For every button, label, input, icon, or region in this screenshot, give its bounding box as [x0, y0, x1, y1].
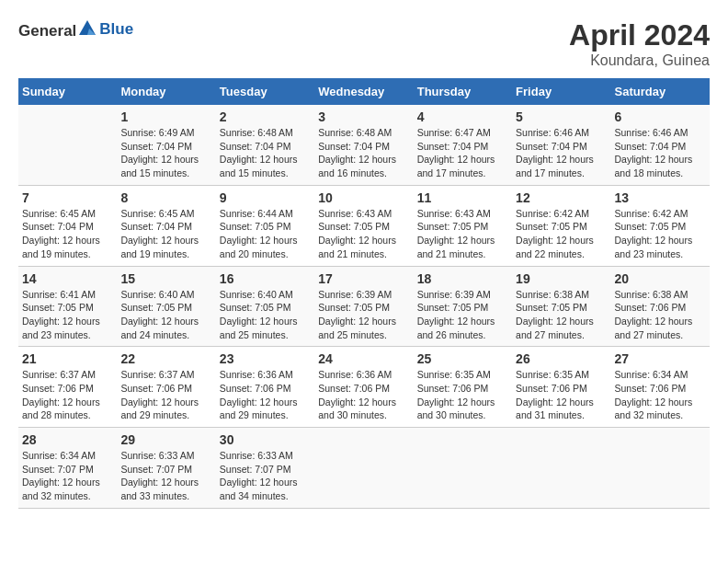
day-cell: [512, 428, 610, 509]
logo-general: General: [18, 22, 76, 40]
day-number: 1: [120, 109, 211, 124]
day-number: 19: [516, 271, 607, 286]
day-info: Sunrise: 6:42 AM Sunset: 7:05 PM Dayligh…: [615, 207, 706, 261]
page-header: General Blue April 2024 Koundara, Guinea: [18, 18, 710, 69]
day-cell: 18Sunrise: 6:39 AM Sunset: 7:05 PM Dayli…: [414, 266, 512, 347]
logo-blue: Blue: [99, 20, 133, 39]
day-number: 2: [220, 109, 311, 124]
logo: General Blue: [18, 18, 133, 40]
day-info: Sunrise: 6:45 AM Sunset: 7:04 PM Dayligh…: [22, 207, 113, 261]
day-info: Sunrise: 6:43 AM Sunset: 7:05 PM Dayligh…: [318, 207, 409, 261]
day-number: 18: [417, 271, 508, 286]
day-info: Sunrise: 6:46 AM Sunset: 7:04 PM Dayligh…: [615, 126, 706, 180]
day-cell: [18, 105, 117, 185]
day-cell: 2Sunrise: 6:48 AM Sunset: 7:04 PM Daylig…: [216, 105, 314, 185]
day-number: 17: [318, 271, 409, 286]
day-cell: 6Sunrise: 6:46 AM Sunset: 7:04 PM Daylig…: [611, 105, 710, 185]
day-info: Sunrise: 6:46 AM Sunset: 7:04 PM Dayligh…: [516, 126, 607, 180]
day-info: Sunrise: 6:36 AM Sunset: 7:06 PM Dayligh…: [318, 368, 409, 422]
day-number: 11: [417, 190, 508, 205]
day-cell: 25Sunrise: 6:35 AM Sunset: 7:06 PM Dayli…: [414, 347, 512, 428]
day-number: 26: [516, 351, 607, 366]
day-number: 13: [615, 190, 706, 205]
day-info: Sunrise: 6:43 AM Sunset: 7:05 PM Dayligh…: [417, 207, 508, 261]
calendar-header-row: Sunday Monday Tuesday Wednesday Thursday…: [18, 78, 710, 105]
day-number: 20: [615, 271, 706, 286]
day-info: Sunrise: 6:40 AM Sunset: 7:05 PM Dayligh…: [220, 288, 311, 342]
day-info: Sunrise: 6:49 AM Sunset: 7:04 PM Dayligh…: [120, 126, 211, 180]
day-number: 28: [22, 432, 113, 447]
day-number: 23: [220, 351, 311, 366]
day-number: 30: [220, 432, 311, 447]
day-cell: 1Sunrise: 6:49 AM Sunset: 7:04 PM Daylig…: [117, 105, 215, 185]
day-info: Sunrise: 6:37 AM Sunset: 7:06 PM Dayligh…: [120, 368, 211, 422]
week-row-1: 1Sunrise: 6:49 AM Sunset: 7:04 PM Daylig…: [18, 105, 710, 185]
day-number: 21: [22, 351, 113, 366]
day-info: Sunrise: 6:37 AM Sunset: 7:06 PM Dayligh…: [22, 368, 113, 422]
page-subtitle: Koundara, Guinea: [569, 52, 710, 69]
day-info: Sunrise: 6:48 AM Sunset: 7:04 PM Dayligh…: [220, 126, 311, 180]
day-cell: 30Sunrise: 6:33 AM Sunset: 7:07 PM Dayli…: [216, 428, 314, 509]
page-title: April 2024: [569, 18, 710, 52]
day-number: 8: [120, 190, 211, 205]
day-cell: 11Sunrise: 6:43 AM Sunset: 7:05 PM Dayli…: [414, 185, 512, 266]
day-number: 15: [120, 271, 211, 286]
title-block: April 2024 Koundara, Guinea: [569, 18, 710, 69]
day-info: Sunrise: 6:41 AM Sunset: 7:05 PM Dayligh…: [22, 288, 113, 342]
day-info: Sunrise: 6:42 AM Sunset: 7:05 PM Dayligh…: [516, 207, 607, 261]
day-cell: 23Sunrise: 6:36 AM Sunset: 7:06 PM Dayli…: [216, 347, 314, 428]
day-number: 27: [615, 351, 706, 366]
day-cell: 5Sunrise: 6:46 AM Sunset: 7:04 PM Daylig…: [512, 105, 610, 185]
day-cell: [414, 428, 512, 509]
day-info: Sunrise: 6:36 AM Sunset: 7:06 PM Dayligh…: [220, 368, 311, 422]
logo-icon: [77, 18, 97, 39]
day-cell: [611, 428, 710, 509]
day-number: 25: [417, 351, 508, 366]
day-number: 10: [318, 190, 409, 205]
day-cell: 3Sunrise: 6:48 AM Sunset: 7:04 PM Daylig…: [314, 105, 413, 185]
day-info: Sunrise: 6:34 AM Sunset: 7:07 PM Dayligh…: [22, 449, 113, 503]
day-cell: 22Sunrise: 6:37 AM Sunset: 7:06 PM Dayli…: [117, 347, 215, 428]
day-info: Sunrise: 6:33 AM Sunset: 7:07 PM Dayligh…: [220, 449, 311, 503]
day-number: 5: [516, 109, 607, 124]
day-cell: 19Sunrise: 6:38 AM Sunset: 7:05 PM Dayli…: [512, 266, 610, 347]
day-number: 4: [417, 109, 508, 124]
day-number: 14: [22, 271, 113, 286]
day-cell: 24Sunrise: 6:36 AM Sunset: 7:06 PM Dayli…: [314, 347, 413, 428]
col-wednesday: Wednesday: [314, 78, 413, 105]
day-cell: 12Sunrise: 6:42 AM Sunset: 7:05 PM Dayli…: [512, 185, 610, 266]
col-thursday: Thursday: [414, 78, 512, 105]
day-cell: 16Sunrise: 6:40 AM Sunset: 7:05 PM Dayli…: [216, 266, 314, 347]
day-cell: 9Sunrise: 6:44 AM Sunset: 7:05 PM Daylig…: [216, 185, 314, 266]
col-tuesday: Tuesday: [216, 78, 314, 105]
day-info: Sunrise: 6:33 AM Sunset: 7:07 PM Dayligh…: [120, 449, 211, 503]
day-cell: 7Sunrise: 6:45 AM Sunset: 7:04 PM Daylig…: [18, 185, 117, 266]
day-cell: 4Sunrise: 6:47 AM Sunset: 7:04 PM Daylig…: [414, 105, 512, 185]
col-saturday: Saturday: [611, 78, 710, 105]
day-cell: 13Sunrise: 6:42 AM Sunset: 7:05 PM Dayli…: [611, 185, 710, 266]
day-number: 7: [22, 190, 113, 205]
day-info: Sunrise: 6:35 AM Sunset: 7:06 PM Dayligh…: [417, 368, 508, 422]
day-info: Sunrise: 6:47 AM Sunset: 7:04 PM Dayligh…: [417, 126, 508, 180]
day-info: Sunrise: 6:39 AM Sunset: 7:05 PM Dayligh…: [417, 288, 508, 342]
week-row-5: 28Sunrise: 6:34 AM Sunset: 7:07 PM Dayli…: [18, 428, 710, 509]
calendar-table: Sunday Monday Tuesday Wednesday Thursday…: [18, 78, 710, 509]
week-row-2: 7Sunrise: 6:45 AM Sunset: 7:04 PM Daylig…: [18, 185, 710, 266]
day-info: Sunrise: 6:38 AM Sunset: 7:06 PM Dayligh…: [615, 288, 706, 342]
day-info: Sunrise: 6:38 AM Sunset: 7:05 PM Dayligh…: [516, 288, 607, 342]
day-cell: 20Sunrise: 6:38 AM Sunset: 7:06 PM Dayli…: [611, 266, 710, 347]
day-cell: [314, 428, 413, 509]
day-info: Sunrise: 6:45 AM Sunset: 7:04 PM Dayligh…: [120, 207, 211, 261]
col-monday: Monday: [117, 78, 215, 105]
day-info: Sunrise: 6:34 AM Sunset: 7:06 PM Dayligh…: [615, 368, 706, 422]
day-number: 9: [220, 190, 311, 205]
week-row-4: 21Sunrise: 6:37 AM Sunset: 7:06 PM Dayli…: [18, 347, 710, 428]
day-number: 24: [318, 351, 409, 366]
day-cell: 28Sunrise: 6:34 AM Sunset: 7:07 PM Dayli…: [18, 428, 117, 509]
day-number: 29: [120, 432, 211, 447]
week-row-3: 14Sunrise: 6:41 AM Sunset: 7:05 PM Dayli…: [18, 266, 710, 347]
day-cell: 27Sunrise: 6:34 AM Sunset: 7:06 PM Dayli…: [611, 347, 710, 428]
day-cell: 8Sunrise: 6:45 AM Sunset: 7:04 PM Daylig…: [117, 185, 215, 266]
day-number: 16: [220, 271, 311, 286]
day-info: Sunrise: 6:40 AM Sunset: 7:05 PM Dayligh…: [120, 288, 211, 342]
